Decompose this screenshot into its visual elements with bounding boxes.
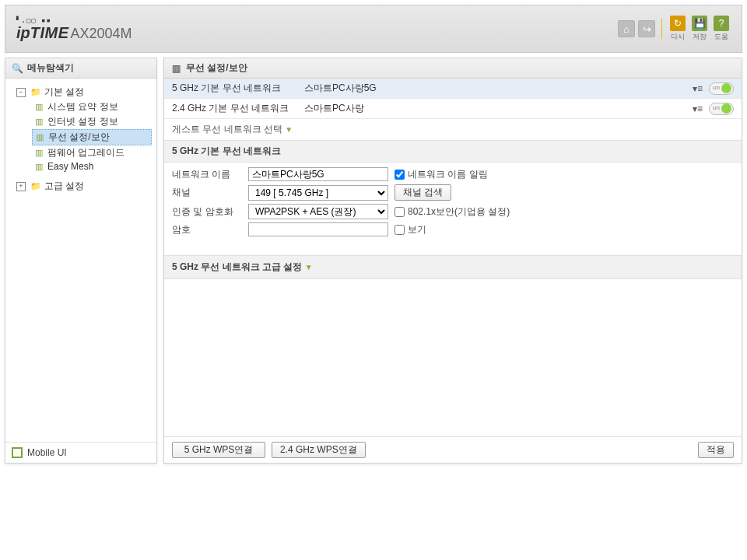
row-pass: 암호 보기 xyxy=(172,221,734,238)
broadcast-check[interactable]: 네트워크 이름 알림 xyxy=(395,168,488,181)
auth-select[interactable]: WPA2PSK + AES (권장) xyxy=(248,204,388,219)
logout-button[interactable]: ↪ xyxy=(638,20,655,37)
advanced-5g-row[interactable]: 5 GHz 무선 네트워크 고급 설정 ▼ xyxy=(164,255,742,279)
refresh-label: 다시 xyxy=(671,32,685,42)
dot1x-label: 802.1x보안(기업용 설정) xyxy=(408,205,510,219)
show-pass-checkbox[interactable] xyxy=(395,225,405,235)
row-channel: 채널 149 [ 5.745 GHz ] 채널 검색 xyxy=(172,183,734,202)
sidebar-item-label: Easy Mesh xyxy=(47,161,93,172)
toggle-dot-icon xyxy=(721,83,731,93)
channel-select[interactable]: 149 [ 5.745 GHz ] xyxy=(248,185,388,201)
network-ssid-5g: 스마트PC사랑5G xyxy=(304,82,685,95)
ssid-label: 네트워크 이름 xyxy=(172,168,242,181)
basic-group-node[interactable]: − 📁 기본 설정 xyxy=(15,85,152,100)
wps-24g-button[interactable]: 2.4 GHz WPS연결 xyxy=(272,442,366,458)
save-label: 저장 xyxy=(693,32,707,42)
password-input[interactable] xyxy=(248,222,388,236)
sidebar-item-label: 시스템 요약 정보 xyxy=(47,100,118,114)
guest-network-row[interactable]: 게스트 무선 네트워크 선택 ▼ xyxy=(164,119,742,140)
auth-label: 인증 및 암호화 xyxy=(172,205,242,219)
basic-group: − 📁 기본 설정 ▥ 시스템 요약 정보 ▥ 인터넷 설정 정보 xyxy=(10,85,152,173)
chevron-down-icon: ▼ xyxy=(305,263,313,271)
guest-network-label: 게스트 무선 네트워크 선택 xyxy=(172,124,282,135)
logo-time: TIME xyxy=(30,24,69,41)
toggle-dot-icon xyxy=(721,103,731,114)
sidebar-title-label: 메뉴탐색기 xyxy=(27,61,74,75)
sidebar-item-easymesh[interactable]: ▥ Easy Mesh xyxy=(32,160,152,173)
main-footer: 5 GHz WPS연결 2.4 GHz WPS연결 적용 xyxy=(164,436,742,463)
broadcast-checkbox[interactable] xyxy=(395,170,405,180)
main-spacer xyxy=(164,279,742,436)
header-actions: ⌂ ↪ ↻ 다시 💾 저장 ? 도움 xyxy=(618,16,731,42)
sidebar-item-summary[interactable]: ▥ 시스템 요약 정보 xyxy=(32,100,152,114)
chevron-down-icon: ▼ xyxy=(285,125,293,134)
channel-scan-button[interactable]: 채널 검색 xyxy=(395,184,451,201)
refresh-action[interactable]: ↻ 다시 xyxy=(668,16,687,42)
basic-children: ▥ 시스템 요약 정보 ▥ 인터넷 설정 정보 ▥ 무선 설정/보안 ▥ xyxy=(15,100,152,173)
panel-icon: ▥ xyxy=(170,63,181,74)
logo-ip: ip xyxy=(16,24,30,41)
app-root: ▘.▢▢ ▪▪ ipTIMEAX2004M ⌂ ↪ ↻ 다시 💾 저장 ? 도움 xyxy=(0,5,747,560)
wireless-form: 네트워크 이름 네트워크 이름 알림 채널 149 [ 5.745 GHz ] … xyxy=(164,163,742,241)
network-name-5g: 5 GHz 기본 무선 네트워크 xyxy=(172,82,296,95)
collapse-icon[interactable]: − xyxy=(16,88,26,97)
sidebar-item-wireless[interactable]: ▥ 무선 설정/보안 xyxy=(32,129,152,145)
sidebar-item-label: 무선 설정/보안 xyxy=(48,131,110,144)
refresh-icon: ↻ xyxy=(670,16,686,31)
page-icon: ▥ xyxy=(33,161,44,172)
ssid-input[interactable] xyxy=(248,167,388,181)
filter-icon[interactable]: ▾≡ xyxy=(693,103,703,114)
home-button[interactable]: ⌂ xyxy=(618,20,635,37)
network-name-24g: 2.4 GHz 기본 무선 네트워크 xyxy=(172,102,296,115)
help-label: 도움 xyxy=(714,32,728,42)
model-label: AX2004M xyxy=(71,26,132,41)
expand-icon[interactable]: + xyxy=(16,182,26,191)
network-row-24g[interactable]: 2.4 GHz 기본 무선 네트워크 스마트PC사랑 ▾≡ on xyxy=(164,99,742,119)
advanced-5g-label: 5 GHz 무선 네트워크 고급 설정 xyxy=(172,261,302,272)
sidebar-item-internet[interactable]: ▥ 인터넷 설정 정보 xyxy=(32,114,152,129)
help-action[interactable]: ? 도움 xyxy=(712,16,731,42)
logo-text: ipTIMEAX2004M xyxy=(16,24,132,42)
toggle-24g[interactable]: on xyxy=(709,103,734,115)
row-ssid: 네트워크 이름 네트워크 이름 알림 xyxy=(172,166,734,183)
folder-icon: 📁 xyxy=(30,181,41,192)
toggle-on-label: on xyxy=(713,84,720,91)
search-icon: 🔍 xyxy=(12,63,23,74)
main-title: ▥ 무선 설정/보안 xyxy=(164,58,742,79)
section-5g-head: 5 GHz 기본 무선 네트워크 xyxy=(164,140,742,163)
wps-5g-button[interactable]: 5 GHz WPS연결 xyxy=(172,442,265,458)
page-icon: ▥ xyxy=(33,148,44,159)
nav-tree: − 📁 기본 설정 ▥ 시스템 요약 정보 ▥ 인터넷 설정 정보 xyxy=(5,79,156,442)
mobile-ui-link[interactable]: Mobile UI xyxy=(5,442,156,463)
show-pass-label: 보기 xyxy=(408,223,426,236)
apply-button[interactable]: 적용 xyxy=(698,442,734,458)
mobile-icon xyxy=(12,447,23,458)
dot1x-check[interactable]: 802.1x보안(기업용 설정) xyxy=(395,205,510,219)
filter-icon[interactable]: ▾≡ xyxy=(693,83,703,94)
dot1x-checkbox[interactable] xyxy=(395,207,405,217)
sidebar-item-label: 펌웨어 업그레이드 xyxy=(47,146,124,159)
page-icon: ▥ xyxy=(33,117,44,128)
logo: ▘.▢▢ ▪▪ ipTIMEAX2004M xyxy=(16,16,132,42)
sidebar: 🔍 메뉴탐색기 − 📁 기본 설정 ▥ 시스템 요약 정보 xyxy=(5,58,157,464)
save-icon: 💾 xyxy=(692,16,707,31)
sidebar-item-firmware[interactable]: ▥ 펌웨어 업그레이드 xyxy=(32,145,152,160)
advanced-group-label: 고급 설정 xyxy=(44,180,84,193)
save-action[interactable]: 💾 저장 xyxy=(690,16,709,42)
network-ssid-24g: 스마트PC사랑 xyxy=(304,102,685,115)
advanced-group: + 📁 고급 설정 xyxy=(10,179,152,194)
network-row-5g[interactable]: 5 GHz 기본 무선 네트워크 스마트PC사랑5G ▾≡ on xyxy=(164,79,742,99)
network-tools-24g: ▾≡ on xyxy=(693,103,734,115)
toggle-5g[interactable]: on xyxy=(709,82,734,95)
header-bar: ▘.▢▢ ▪▪ ipTIMEAX2004M ⌂ ↪ ↻ 다시 💾 저장 ? 도움 xyxy=(5,5,742,53)
network-tools-5g: ▾≡ on xyxy=(693,82,734,95)
page-icon: ▥ xyxy=(33,102,44,113)
page-icon: ▥ xyxy=(34,132,45,143)
broadcast-label: 네트워크 이름 알림 xyxy=(408,168,488,181)
advanced-group-node[interactable]: + 📁 고급 설정 xyxy=(15,179,152,194)
main-title-label: 무선 설정/보안 xyxy=(186,61,247,75)
row-auth: 인증 및 암호화 WPA2PSK + AES (권장) 802.1x보안(기업용… xyxy=(172,202,734,221)
show-pass-check[interactable]: 보기 xyxy=(395,223,426,236)
channel-label: 채널 xyxy=(172,186,242,199)
toggle-on-label: on xyxy=(713,104,720,111)
